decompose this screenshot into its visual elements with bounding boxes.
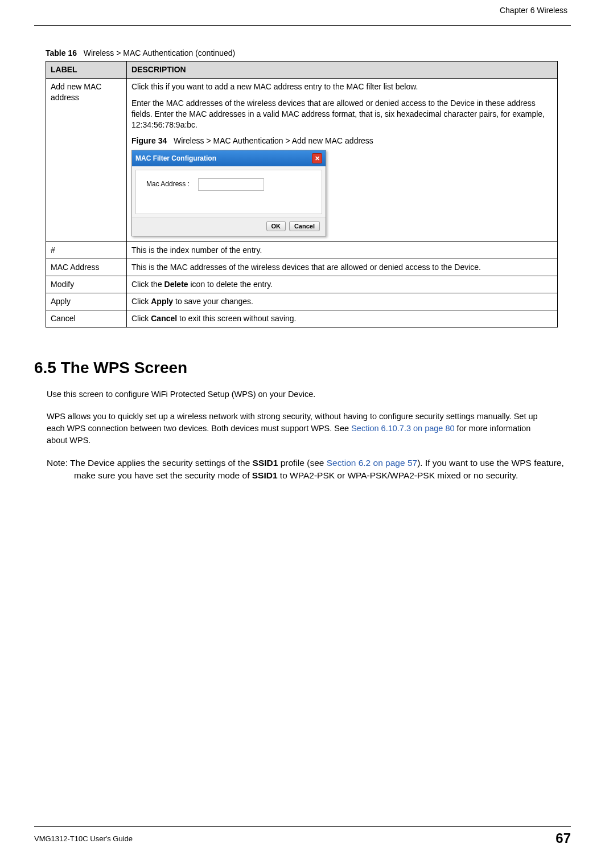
desc-text: to exit this screen without saving. — [177, 314, 296, 323]
figure-caption: Figure 34 Wireless > MAC Authentication … — [131, 136, 553, 146]
note-bold: SSID1 — [252, 470, 278, 480]
desc-bold: Apply — [151, 297, 173, 306]
th-label: LABEL — [46, 62, 127, 79]
cell-label: MAC Address — [46, 259, 127, 276]
cell-description: This is the MAC addresses of the wireles… — [127, 259, 558, 276]
dialog-buttons: OK Cancel — [132, 218, 326, 236]
header-rule — [34, 25, 571, 26]
close-icon[interactable]: ✕ — [312, 153, 322, 163]
cancel-button[interactable]: Cancel — [289, 221, 320, 231]
cross-ref-link[interactable]: Section 6.10.7.3 on page 80 — [351, 424, 454, 433]
note-text: to WPA2-PSK or WPA-PSK/WPA2-PSK mixed or… — [278, 470, 518, 480]
dialog-title: MAC Filter Configuration — [135, 154, 216, 163]
mac-auth-table: LABEL DESCRIPTION Add new MAC address Cl… — [46, 61, 558, 327]
desc-text: icon to delete the entry. — [188, 280, 273, 289]
cell-description: Click the Delete icon to delete the entr… — [127, 276, 558, 293]
cell-label: Modify — [46, 276, 127, 293]
guide-title: VMG1312-T10C User's Guide — [34, 834, 133, 843]
cell-description: This is the index number of the entry. — [127, 242, 558, 259]
cell-description: Click Cancel to exit this screen without… — [127, 310, 558, 327]
page-number: 67 — [555, 830, 571, 846]
table-caption: Table 16 Wireless > MAC Authentication (… — [46, 48, 571, 58]
body-paragraph: Use this screen to configure WiFi Protec… — [47, 388, 548, 400]
cell-description: Click Apply to save your changes. — [127, 293, 558, 310]
table-title: Wireless > MAC Authentication (continued… — [84, 48, 236, 58]
table-row: MAC Address This is the MAC addresses of… — [46, 259, 558, 276]
cell-label: Cancel — [46, 310, 127, 327]
desc-text: Click the — [131, 280, 164, 289]
ok-button[interactable]: OK — [266, 221, 286, 231]
figure-title: Wireless > MAC Authentication > Add new … — [174, 136, 373, 145]
mac-address-input[interactable] — [198, 178, 264, 191]
table-row: Modify Click the Delete icon to delete t… — [46, 276, 558, 293]
table-row: Apply Click Apply to save your changes. — [46, 293, 558, 310]
cell-label: # — [46, 242, 127, 259]
table-row: Add new MAC address Click this if you wa… — [46, 78, 558, 241]
note-paragraph: Note: The Device applies the security se… — [47, 457, 575, 482]
dialog-body: Mac Address : — [135, 170, 322, 214]
note-text: profile (see — [278, 458, 326, 468]
desc-paragraph: Click this if you want to add a new MAC … — [131, 81, 553, 92]
cell-label: Apply — [46, 293, 127, 310]
body-paragraph: WPS allows you to quickly set up a wirel… — [47, 411, 548, 447]
mac-filter-dialog: MAC Filter Configuration ✕ Mac Address :… — [131, 150, 326, 236]
cell-description: Click this if you want to add a new MAC … — [127, 78, 558, 241]
section-heading: 6.5 The WPS Screen — [34, 359, 571, 377]
table-row: Cancel Click Cancel to exit this screen … — [46, 310, 558, 327]
table-row: # This is the index number of the entry. — [46, 242, 558, 259]
mac-address-label: Mac Address : — [146, 181, 190, 189]
chapter-header: Chapter 6 Wireless — [34, 6, 571, 15]
desc-text: to save your changes. — [173, 297, 253, 306]
dialog-titlebar: MAC Filter Configuration ✕ — [132, 150, 326, 166]
cross-ref-link[interactable]: Section 6.2 on page 57 — [327, 458, 417, 468]
desc-bold: Cancel — [151, 314, 177, 323]
table-number: Table 16 — [46, 48, 77, 58]
note-text: Note: The Device applies the security se… — [47, 458, 253, 468]
page-footer: VMG1312-T10C User's Guide 67 — [34, 826, 571, 846]
desc-text: Click — [131, 314, 151, 323]
footer-rule — [34, 826, 571, 827]
figure-number: Figure 34 — [131, 136, 167, 145]
desc-bold: Delete — [164, 280, 188, 289]
note-bold: SSID1 — [253, 458, 278, 468]
desc-text: Click — [131, 297, 151, 306]
cell-label: Add new MAC address — [46, 78, 127, 241]
th-description: DESCRIPTION — [127, 62, 558, 79]
desc-paragraph: Enter the MAC addresses of the wireless … — [131, 98, 553, 130]
